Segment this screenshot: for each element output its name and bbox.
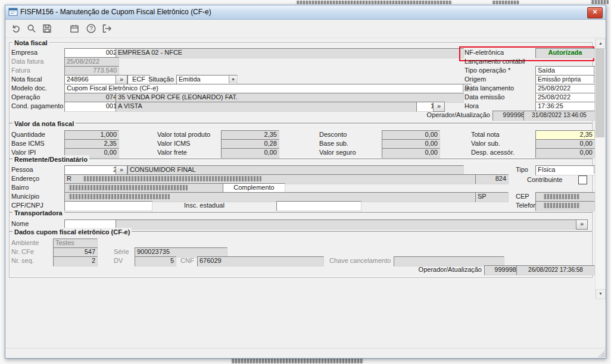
group-title: Remetente/Destinatário bbox=[13, 155, 89, 164]
endereco-label: Endereço bbox=[11, 174, 39, 183]
status-bar bbox=[5, 348, 606, 358]
chevron-down-icon bbox=[229, 76, 237, 83]
origem-label: Origem bbox=[465, 75, 486, 84]
nf-eletronica-status-field[interactable]: Autorizada bbox=[535, 48, 595, 58]
modelo-doc-label: Modelo doc. bbox=[11, 84, 47, 93]
nr-cfe-label: Nr. CFe bbox=[11, 247, 34, 256]
municipio-label: Município bbox=[11, 192, 39, 201]
insc-estadual-field[interactable] bbox=[276, 201, 361, 211]
resize-grip[interactable] bbox=[598, 350, 605, 357]
quantidade-label: Quantidade bbox=[11, 130, 45, 139]
valor-seguro-label: Valor seguro bbox=[319, 148, 356, 157]
save-icon[interactable] bbox=[40, 21, 54, 36]
help-icon[interactable]: ? bbox=[84, 21, 98, 36]
origem-value: Emissão própria bbox=[538, 76, 581, 83]
endereco-prefix: R bbox=[67, 175, 71, 182]
modelo-doc-value: Cupom Fiscal Eletrônico (CF-e) bbox=[67, 84, 158, 92]
empresa-label: Empresa bbox=[11, 48, 38, 57]
cfe-operador-code-field[interactable]: 999998 bbox=[484, 265, 519, 275]
tipo-operacao-value: Saída bbox=[538, 67, 555, 74]
dv-field[interactable]: 5 bbox=[135, 256, 176, 266]
bairro-label: Bairro bbox=[11, 183, 29, 192]
dv-label: DV bbox=[114, 256, 123, 265]
group-title: Nota fiscal bbox=[13, 39, 49, 47]
nf-eletronica-label: NF-eletrônica bbox=[465, 48, 504, 57]
refresh-icon[interactable] bbox=[9, 21, 23, 36]
cfe-operador-label: Operador/Atualização bbox=[398, 265, 482, 274]
redacted-text bbox=[492, 1, 519, 4]
uf-field[interactable]: SP bbox=[475, 192, 509, 202]
situacao-label: Situação bbox=[148, 75, 174, 84]
cnf-label: CNF bbox=[180, 256, 194, 265]
svg-text:?: ? bbox=[89, 26, 93, 32]
app-icon bbox=[8, 7, 18, 17]
redacted-text bbox=[543, 194, 580, 199]
redacted-text bbox=[591, 0, 609, 4]
title-bar[interactable]: FISFM156 - Manutenção de Cupom Fiscal El… bbox=[5, 5, 606, 20]
desp-acessor-field[interactable]: 0,00 bbox=[535, 148, 595, 158]
tipo-pessoa-label: Tipo bbox=[516, 165, 528, 174]
cond-pagamento-name-field[interactable]: A VISTA bbox=[116, 102, 420, 112]
tipo-operacao-label: Tipo operação * bbox=[465, 66, 510, 75]
base-icms-label: Base ICMS bbox=[11, 139, 45, 148]
ambiente-label: Ambiente bbox=[11, 239, 39, 247]
calendar-icon[interactable] bbox=[67, 21, 82, 36]
endereco-numero-field[interactable]: 824 bbox=[475, 174, 509, 184]
contribuinte-label: Contribuinte bbox=[527, 175, 562, 184]
tipo-pessoa-value: Física bbox=[538, 166, 555, 173]
situacao-value: Emitida bbox=[179, 76, 201, 83]
cfe-operador-datetime-field[interactable]: 26/08/2022 17:36:58 bbox=[516, 265, 595, 275]
valor-total-produto-label: Valor total produto bbox=[157, 130, 210, 139]
scroll-down-icon[interactable] bbox=[596, 289, 606, 299]
valor-frete-label: Valor frete bbox=[157, 148, 187, 157]
lancamento-contabil-label: Lançamento contábil bbox=[465, 57, 525, 66]
serie-label: Série bbox=[114, 247, 129, 256]
toolbar: ? bbox=[5, 20, 606, 38]
redacted-text bbox=[543, 203, 580, 208]
chave-cancelamento-label: Chave cancelamento bbox=[329, 256, 391, 265]
data-fatura-label: Data fatura bbox=[11, 57, 43, 66]
operador-code-field[interactable]: 999998 bbox=[492, 111, 527, 121]
group-title: Transportadora bbox=[13, 209, 64, 217]
empresa-name-field[interactable]: EMPRESA 02 - NFCE bbox=[116, 48, 464, 58]
scrollbar-thumb[interactable] bbox=[596, 48, 604, 137]
fatura-label: Fatura bbox=[11, 66, 30, 75]
nota-fiscal-label: Nota fiscal bbox=[11, 75, 42, 84]
window-title: FISFM156 - Manutenção de Cupom Fiscal El… bbox=[20, 8, 211, 16]
base-sub-label: Base sub. bbox=[319, 139, 348, 148]
application-window: FISFM156 - Manutenção de Cupom Fiscal El… bbox=[5, 5, 606, 359]
search-icon[interactable] bbox=[24, 21, 39, 36]
operador-datetime-field[interactable]: 31/08/2022 13:46:05 bbox=[523, 111, 595, 121]
hora-label: Hora bbox=[465, 102, 479, 111]
contribuinte-checkbox[interactable] bbox=[578, 175, 587, 184]
close-button[interactable] bbox=[587, 7, 603, 18]
scroll-up-icon[interactable] bbox=[596, 39, 606, 49]
redacted-text bbox=[68, 185, 188, 190]
cond-pagamento-code-field[interactable]: 001 bbox=[64, 102, 119, 112]
valor-icms-label: Valor ICMS bbox=[157, 139, 190, 148]
insc-estadual-label: Insc. estadual bbox=[184, 201, 225, 210]
redacted-text bbox=[68, 194, 170, 199]
valor-frete-field[interactable]: 0,00 bbox=[221, 148, 279, 158]
cnf-field[interactable]: 676029 bbox=[197, 256, 324, 266]
operacao-label: Operação bbox=[11, 93, 40, 102]
transportadora-name-field[interactable] bbox=[116, 219, 578, 230]
transportadora-nome-label: Nome bbox=[11, 219, 29, 228]
nr-seq-label: Nr. seq. bbox=[11, 256, 34, 265]
data-lancamento-label: Data lançamento bbox=[465, 84, 514, 93]
cpf-cnpj-field[interactable] bbox=[64, 201, 152, 211]
telefone-field[interactable] bbox=[535, 201, 595, 211]
redacted-text bbox=[296, 1, 452, 4]
tipo-pessoa-select[interactable]: Física bbox=[535, 165, 603, 175]
valor-sub-label: Valor sub. bbox=[471, 139, 500, 148]
exit-icon[interactable] bbox=[99, 21, 114, 36]
data-emissao-label: Data emissão bbox=[465, 93, 504, 102]
total-nota-label: Total nota bbox=[471, 130, 500, 139]
transportadora-lookup-button[interactable]: » bbox=[576, 219, 588, 230]
cep-label: CEP bbox=[516, 192, 529, 201]
valor-seguro-field[interactable]: 0,00 bbox=[382, 148, 440, 158]
nr-seq-field[interactable]: 2 bbox=[53, 256, 98, 266]
vertical-scrollbar[interactable] bbox=[595, 39, 604, 298]
group-title: Valor da nota fiscal bbox=[13, 120, 76, 128]
operador-atualizacao-label: Operador/Atualização bbox=[416, 111, 490, 120]
